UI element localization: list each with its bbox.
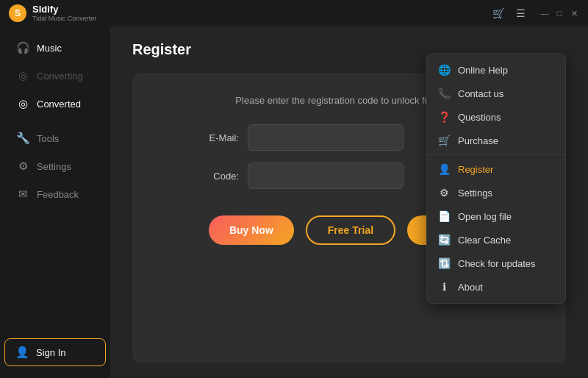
purchase-icon: 🛒 bbox=[437, 135, 451, 146]
sign-in-label: Sign In bbox=[36, 347, 65, 358]
minimize-button[interactable]: — bbox=[539, 8, 550, 18]
code-label: Code: bbox=[195, 171, 239, 182]
contact-us-icon: 📞 bbox=[437, 88, 451, 99]
dropdown-item-open-log[interactable]: 📄 Open log file bbox=[427, 204, 565, 228]
email-input[interactable] bbox=[248, 124, 404, 151]
dropdown-menu: 🌐 Online Help 📞 Contact us ❓ Questions 🛒… bbox=[426, 53, 566, 304]
open-log-icon: 📄 bbox=[437, 210, 451, 222]
dropdown-item-label: Online Help bbox=[458, 65, 508, 76]
settings-icon: ⚙ bbox=[437, 187, 451, 199]
title-bar-right: 🛒 ☰ — □ ✕ bbox=[491, 6, 579, 21]
check-updates-icon: 🔃 bbox=[437, 257, 451, 269]
sidebar-item-feedback[interactable]: ✉ Feedback bbox=[4, 181, 106, 207]
maximize-button[interactable]: □ bbox=[554, 8, 564, 18]
sidebar-item-music-label: Music bbox=[37, 43, 62, 54]
dropdown-item-about[interactable]: ℹ About bbox=[427, 275, 565, 299]
converting-icon: ◎ bbox=[16, 69, 29, 82]
sidebar-item-music[interactable]: 🎧 Music bbox=[4, 35, 106, 61]
app-branding: S SIdify Tidal Music Converter bbox=[9, 4, 96, 23]
sidebar-item-converting: ◎ Converting bbox=[4, 63, 106, 89]
settings-icon: ⚙ bbox=[16, 160, 29, 173]
dropdown-item-label: Register bbox=[458, 164, 493, 175]
free-trial-button[interactable]: Free Trial bbox=[306, 215, 395, 245]
sidebar: 🎧 Music ◎ Converting ◎ Converted 🔧 Tools… bbox=[0, 26, 110, 378]
headphones-icon: 🎧 bbox=[16, 41, 29, 54]
email-label: E-Mail: bbox=[195, 132, 239, 143]
dropdown-item-contact-us[interactable]: 📞 Contact us bbox=[427, 82, 565, 105]
about-icon: ℹ bbox=[437, 281, 451, 293]
feedback-icon: ✉ bbox=[16, 188, 29, 201]
dropdown-item-label: Settings bbox=[458, 188, 492, 199]
converted-icon: ◎ bbox=[16, 97, 29, 110]
tools-icon: 🔧 bbox=[16, 132, 29, 145]
sign-in-button[interactable]: 👤 Sign In bbox=[4, 338, 106, 366]
sidebar-item-tools-label: Tools bbox=[37, 133, 59, 144]
sidebar-item-settings[interactable]: ⚙ Settings bbox=[4, 153, 106, 179]
dropdown-item-check-updates[interactable]: 🔃 Check for updates bbox=[427, 252, 565, 275]
dropdown-item-clear-cache[interactable]: 🔄 Clear Cache bbox=[427, 228, 565, 252]
content-area: Register + Please enter the bbox=[110, 26, 588, 378]
dropdown-item-label: Open log file bbox=[458, 211, 512, 222]
dropdown-item-questions[interactable]: ❓ Questions bbox=[427, 105, 565, 129]
close-button[interactable]: ✕ bbox=[569, 8, 579, 18]
dropdown-item-label: Questions bbox=[458, 112, 501, 123]
dropdown-item-label: Contact us bbox=[458, 88, 503, 99]
menu-icon[interactable]: ☰ bbox=[513, 6, 528, 21]
dropdown-item-label: Check for updates bbox=[458, 258, 536, 269]
sidebar-item-converting-label: Converting bbox=[37, 71, 83, 82]
dropdown-item-label: Purchase bbox=[458, 135, 498, 146]
app-subtitle: Tidal Music Converter bbox=[32, 15, 96, 23]
buy-now-button[interactable]: Buy Now bbox=[209, 215, 294, 245]
dropdown-item-purchase[interactable]: 🛒 Purchase bbox=[427, 129, 565, 152]
clear-cache-icon: 🔄 bbox=[437, 234, 451, 246]
code-input[interactable] bbox=[248, 163, 404, 189]
sidebar-item-converted[interactable]: ◎ Converted bbox=[4, 90, 106, 117]
sidebar-item-settings-label: Settings bbox=[37, 161, 71, 172]
title-bar: S SIdify Tidal Music Converter 🛒 ☰ — □ ✕ bbox=[0, 0, 588, 26]
sign-in-icon: 👤 bbox=[15, 346, 29, 359]
register-icon: 👤 bbox=[437, 163, 451, 175]
sidebar-item-feedback-label: Feedback bbox=[37, 189, 79, 200]
dropdown-item-label: Clear Cache bbox=[458, 235, 511, 246]
dropdown-item-settings[interactable]: ⚙ Settings bbox=[427, 181, 565, 204]
app-name: SIdify bbox=[32, 4, 96, 15]
dropdown-item-label: About bbox=[458, 282, 483, 293]
questions-icon: ❓ bbox=[437, 111, 451, 123]
sidebar-item-tools[interactable]: 🔧 Tools bbox=[4, 125, 106, 151]
cart-icon[interactable]: 🛒 bbox=[491, 6, 506, 21]
dropdown-divider bbox=[427, 154, 565, 155]
main-layout: 🎧 Music ◎ Converting ◎ Converted 🔧 Tools… bbox=[0, 26, 588, 378]
window-controls: — □ ✕ bbox=[539, 8, 579, 18]
dropdown-item-register[interactable]: 👤 Register bbox=[427, 157, 565, 181]
online-help-icon: 🌐 bbox=[437, 64, 451, 76]
app-logo: S bbox=[9, 4, 26, 22]
dropdown-item-online-help[interactable]: 🌐 Online Help bbox=[427, 58, 565, 82]
sidebar-item-converted-label: Converted bbox=[37, 99, 81, 110]
